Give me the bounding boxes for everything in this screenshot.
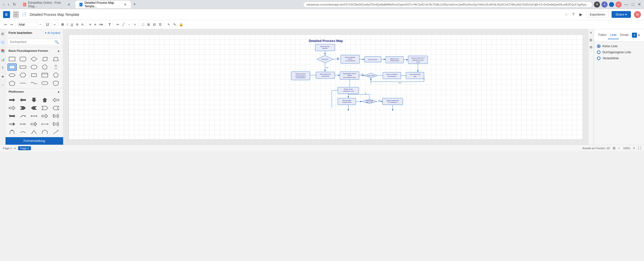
shape-line[interactable]	[18, 80, 27, 87]
shape-hexagon[interactable]	[18, 72, 27, 79]
arrow-lr-outline[interactable]	[51, 113, 60, 120]
tab-edrawmax[interactable]: E EdrawMax Online - Free Diag... ✕	[19, 1, 74, 8]
zoom-out-button[interactable]: −	[618, 146, 620, 150]
shape-shield[interactable]	[51, 80, 60, 87]
arrow-up[interactable]	[40, 96, 49, 103]
arrow-lr[interactable]	[29, 113, 38, 120]
arrow-section-toggle[interactable]: ▲	[57, 90, 60, 93]
tab-fullen[interactable]: Füllen	[597, 31, 608, 39]
back-button[interactable]: ‹	[2, 2, 5, 7]
align-left-button[interactable]: ≡	[88, 22, 93, 27]
tab-close-1[interactable]: ✕	[67, 3, 70, 7]
canvas-inner[interactable]: Detailed Process Map Move die into posit…	[68, 34, 583, 140]
radio-solid-line[interactable]	[597, 50, 600, 54]
font-family-select[interactable]	[17, 22, 37, 27]
shape-more-button[interactable]: ⊞	[146, 22, 151, 27]
add-page-button[interactable]: +	[14, 146, 16, 150]
shape-rect-selected[interactable]	[8, 64, 17, 71]
forward-button[interactable]: ›	[7, 2, 10, 7]
rail-icon-library[interactable]: 📚	[0, 48, 5, 53]
arrow-chevron-l[interactable]	[29, 105, 38, 112]
reload-button[interactable]: ↻	[12, 2, 17, 7]
rail-icon-more[interactable]: ⋯	[0, 82, 5, 87]
italic-button[interactable]: I	[66, 22, 69, 27]
shape-rect2[interactable]	[29, 72, 38, 79]
shape-wave[interactable]	[29, 80, 38, 87]
option-no-line[interactable]: Keine Linie	[597, 44, 641, 48]
tab-process-map[interactable]: E Detailed Process Map Templa... ✕	[75, 1, 131, 8]
fullscreen-button[interactable]: ⛶	[638, 146, 641, 150]
ai-symbol-button[interactable]: ✦ AI Symbol	[45, 31, 60, 35]
connector-button[interactable]: ⤷	[132, 22, 138, 27]
address-bar[interactable]: edrawmax.com/online/app.html?jY1NC8IwDlZ…	[304, 2, 592, 7]
arrow-block-r2[interactable]	[29, 121, 38, 128]
pen-tool-button[interactable]: ✏	[115, 22, 120, 27]
arrow-fat-lr[interactable]	[51, 121, 60, 128]
basis-section-toggle[interactable]: ▲	[57, 49, 60, 53]
shape-oval-small[interactable]	[8, 72, 17, 79]
underline-button[interactable]: U	[69, 22, 74, 27]
arrow-curved[interactable]	[18, 113, 27, 120]
shape-rect[interactable]	[8, 56, 17, 63]
shape-rounded-rect[interactable]	[18, 56, 27, 63]
arrow-up-bend[interactable]	[40, 129, 49, 136]
formeinstellung-button[interactable]: Formeinstellung	[6, 137, 63, 145]
font-plus-button[interactable]: +	[53, 22, 57, 27]
arrow-double[interactable]	[8, 113, 17, 120]
fit-page-button[interactable]: ⊡	[613, 146, 615, 150]
user-avatar[interactable]: U	[634, 11, 641, 18]
font-color-button[interactable]: A	[80, 22, 85, 27]
close-window-button[interactable]: ✕	[637, 2, 642, 7]
hamburger-menu[interactable]: ☰	[13, 11, 19, 18]
undo-button[interactable]: ↩	[3, 22, 8, 27]
rail-icon-charts[interactable]: 📊	[0, 57, 5, 62]
arrow-r-outline[interactable]	[40, 113, 49, 120]
shape-ellipse[interactable]	[29, 64, 38, 71]
arrow-bent[interactable]	[29, 129, 38, 136]
arrow-left[interactable]	[18, 96, 27, 103]
maximize-button[interactable]: □	[631, 2, 635, 7]
export-button[interactable]: Exportieren	[586, 12, 608, 18]
new-tab-button[interactable]: +	[132, 1, 138, 8]
share-button[interactable]: Share ▾	[612, 11, 631, 18]
text-button[interactable]: T	[107, 22, 112, 27]
rail-icon-text[interactable]: T	[0, 65, 5, 70]
minimize-button[interactable]: —	[623, 2, 629, 7]
user-profile-icon[interactable]: U	[616, 2, 622, 8]
shape-circle[interactable]	[40, 64, 49, 71]
canvas-area[interactable]: Detailed Process Map Move die into posit…	[63, 29, 588, 145]
arrow-diagonal[interactable]	[51, 129, 60, 136]
arrow-block-r[interactable]	[8, 121, 17, 128]
shape-rect-button[interactable]: □	[141, 22, 145, 27]
flowchart-svg[interactable]: Detailed Process Map Move die into posit…	[69, 34, 583, 139]
arrow-notch-r[interactable]	[40, 105, 49, 112]
arrow-tool-button[interactable]: →	[126, 22, 132, 27]
option-gradient-line[interactable]: Verlaufslinie	[597, 57, 641, 60]
play-button[interactable]: ▶	[578, 12, 583, 17]
arrow-down[interactable]	[29, 96, 38, 103]
tab-linie[interactable]: Linie	[608, 31, 619, 39]
align-more-button[interactable]: ≡▾	[98, 22, 104, 27]
search-input[interactable]	[10, 40, 53, 44]
rail-icon-templates[interactable]: ⊞	[0, 31, 5, 36]
rail-right-icon-2[interactable]: ⊞	[588, 36, 593, 44]
lock-button[interactable]: 🔒	[178, 22, 184, 27]
edit-button[interactable]: ✎	[172, 22, 177, 27]
arrow-notch-l[interactable]	[51, 105, 60, 112]
arrow-lr2[interactable]	[40, 121, 49, 128]
radio-no-line[interactable]	[597, 44, 600, 48]
shape-rounded2[interactable]	[40, 80, 49, 87]
font-minus-button[interactable]: −	[38, 22, 43, 27]
arrow-chevron-r[interactable]	[18, 105, 27, 112]
shape-person[interactable]	[51, 64, 60, 71]
font-size-input[interactable]	[43, 22, 52, 27]
arrow-dots[interactable]	[18, 121, 27, 128]
align-center-button[interactable]: ≡	[93, 22, 98, 27]
select-button[interactable]: ↖	[166, 22, 172, 27]
tab-close-2[interactable]: ✕	[124, 3, 127, 7]
zoom-in-button[interactable]: +	[633, 146, 635, 150]
arrow-right[interactable]	[8, 96, 17, 103]
shape-pentagon[interactable]	[8, 80, 17, 87]
rail-right-icon-1[interactable]: ≡	[588, 29, 593, 36]
help-button[interactable]: ?	[571, 12, 575, 17]
